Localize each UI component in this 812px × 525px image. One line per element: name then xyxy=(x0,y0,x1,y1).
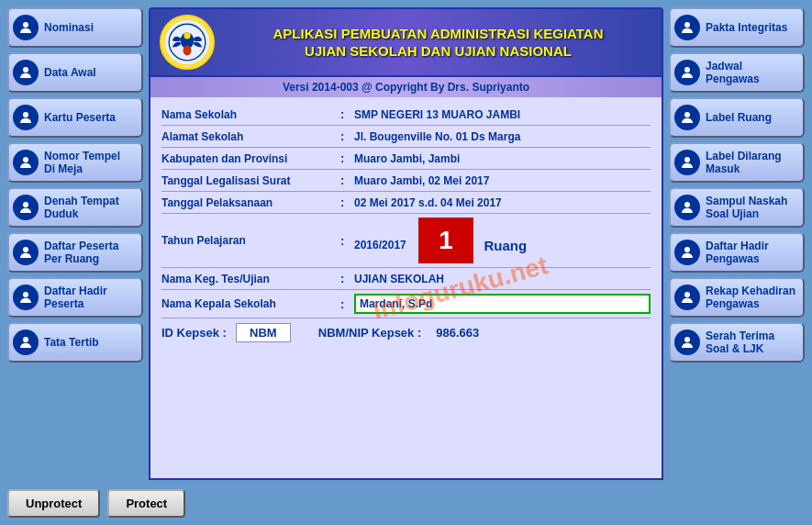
header-banner: APLIKASI PEMBUATAN ADMINISTRASI KEGIATAN… xyxy=(149,7,663,77)
value-tanggal-legal: Muaro Jambi, 02 Mei 2017 xyxy=(354,174,651,187)
nav-icon-rekap xyxy=(674,285,700,310)
center-panel: APLIKASI PEMBUATAN ADMINISTRASI KEGIATAN… xyxy=(149,7,663,480)
value-tahun: 2016/2017 1 Ruang xyxy=(354,218,651,263)
row-tanggal-legal: Tanggal Legalisasi Surat : Muaro Jambi, … xyxy=(161,171,651,190)
svg-point-18 xyxy=(684,247,690,252)
version-text: Versi 2014-003 @ Copyright By Drs. Supri… xyxy=(283,81,529,94)
app-title-line2: UJIAN SEKOLAH DAN UJIAN NASIONAL xyxy=(224,42,652,61)
value-alamat: Jl. Bougenville No. 01 Ds Marga xyxy=(354,130,651,143)
nav-pakta-integritas[interactable]: Pakta Integritas xyxy=(669,7,805,48)
nav-icon-daftar-peserta xyxy=(13,240,39,265)
nav-serah-terima[interactable]: Serah Terima Soal & LJK xyxy=(669,322,805,363)
svg-point-1 xyxy=(23,67,28,73)
nav-icon-daftar-hadir-peserta xyxy=(13,285,39,310)
nav-kartu-peserta[interactable]: Kartu Peserta xyxy=(7,97,143,138)
svg-point-17 xyxy=(684,202,690,207)
nbm-box: NBM xyxy=(236,323,291,342)
header-text: APLIKASI PEMBUATAN ADMINISTRASI KEGIATAN… xyxy=(224,25,652,61)
version-bar: Versi 2014-003 @ Copyright By Drs. Supri… xyxy=(149,77,663,97)
nav-icon-denah-tempat xyxy=(13,195,39,220)
nav-label-dilarang[interactable]: Label Dilarang Masuk xyxy=(669,142,805,183)
label-tanggal-legal: Tanggal Legalisasi Surat xyxy=(161,174,340,187)
svg-point-0 xyxy=(23,22,28,28)
divider2 xyxy=(161,147,651,148)
nbm-nip-value: 986.663 xyxy=(436,326,479,340)
divider8 xyxy=(161,318,651,318)
nav-icon-daftar-hadir-pengawas xyxy=(674,240,700,265)
bottom-bar: Unprotect Protect xyxy=(7,486,805,518)
nav-icon-sampul xyxy=(674,195,700,220)
ruang-label: Ruang xyxy=(484,238,527,253)
svg-point-7 xyxy=(23,337,28,342)
label-kepala: Nama Kepala Sekolah xyxy=(161,297,340,310)
nav-rekap-kehadiran[interactable]: Rekap Kehadiran Pengawas xyxy=(669,277,805,318)
nav-jadwal-pengawas[interactable]: Jadwal Pengawas xyxy=(669,52,805,93)
unprotect-button[interactable]: Unprotect xyxy=(7,489,100,518)
svg-point-4 xyxy=(23,202,28,207)
room-number-badge: 1 xyxy=(418,218,473,263)
nav-icon-pakta xyxy=(674,15,700,40)
nav-icon-label-ruang xyxy=(674,105,700,130)
id-row: ID Kepsek : NBM NBM/NIP Kepsek : 986.663 xyxy=(161,319,651,346)
nav-sampul-naskah[interactable]: Sampul Naskah Soal Ujian xyxy=(669,187,805,228)
protect-button[interactable]: Protect xyxy=(107,489,185,518)
row-kabupaten: Kabupaten dan Provinsi : Muaro Jambi, Ja… xyxy=(161,149,651,168)
svg-point-20 xyxy=(684,337,690,342)
nav-daftar-peserta[interactable]: Daftar Peserta Per Ruang xyxy=(7,232,143,273)
nav-tata-tertib[interactable]: Tata Tertib xyxy=(7,322,143,363)
nav-nomor-tempel[interactable]: Nomor Tempel Di Meja xyxy=(7,142,143,183)
svg-point-15 xyxy=(684,112,690,117)
nav-denah-tempat[interactable]: Denah Tempat Duduk xyxy=(7,187,143,228)
divider3 xyxy=(161,169,651,170)
label-nama-keg: Nama Keg. Tes/Ujian xyxy=(161,273,340,285)
svg-point-5 xyxy=(23,247,28,252)
label-alamat: Alamat Sekolah xyxy=(161,130,340,143)
divider6 xyxy=(161,267,651,268)
label-kabupaten: Kabupaten dan Provinsi xyxy=(161,152,340,165)
value-tanggal-pelak: 02 Mei 2017 s.d. 04 Mei 2017 xyxy=(354,196,651,209)
left-sidebar: Nominasi Data Awal Kartu Peserta Nomor T… xyxy=(7,7,143,480)
row-tahun: Tahun Pelajaran : 2016/2017 1 Ruang xyxy=(161,215,651,266)
nav-icon-data-awal xyxy=(13,60,39,85)
value-nama-sekolah: SMP NEGERI 13 MUARO JAMBI xyxy=(354,108,651,121)
divider1 xyxy=(161,125,651,126)
app-logo xyxy=(160,15,215,70)
right-sidebar: Pakta Integritas Jadwal Pengawas Label R… xyxy=(669,7,805,480)
divider5 xyxy=(161,213,651,214)
row-nama-sekolah: Nama Sekolah : SMP NEGERI 13 MUARO JAMBI xyxy=(161,105,651,124)
info-table: Infoguruku.net Nama Sekolah : SMP NEGERI… xyxy=(149,97,663,480)
label-tanggal-pelak: Tanggal Pelaksanaan xyxy=(161,196,340,209)
divider7 xyxy=(161,289,651,290)
nav-label-ruang[interactable]: Label Ruang xyxy=(669,97,805,138)
nav-nominasi[interactable]: Nominasi xyxy=(7,7,143,48)
nav-icon-nominasi xyxy=(13,15,39,40)
label-tahun: Tahun Pelajaran xyxy=(161,234,340,247)
value-nama-keg: UJIAN SEKOLAH xyxy=(354,273,651,285)
input-kepala-sekolah[interactable] xyxy=(354,294,651,314)
svg-point-6 xyxy=(23,292,28,297)
nav-icon-kartu-peserta xyxy=(13,105,39,130)
row-tanggal-pelak: Tanggal Pelaksanaan : 02 Mei 2017 s.d. 0… xyxy=(161,193,651,212)
nav-daftar-hadir-peserta[interactable]: Daftar Hadir Peserta xyxy=(7,277,143,318)
nav-icon-nomor-tempel xyxy=(13,150,39,175)
id-kepsek-label: ID Kepsek : xyxy=(161,326,227,340)
svg-point-14 xyxy=(684,67,690,73)
nav-icon-serah-terima xyxy=(674,330,700,355)
row-kepala: Nama Kepala Sekolah : xyxy=(161,291,651,317)
nbm-nip-label: NBM/NIP Kepsek : xyxy=(318,326,421,340)
app-title-line1: APLIKASI PEMBUATAN ADMINISTRASI KEGIATAN xyxy=(224,25,652,43)
row-alamat: Alamat Sekolah : Jl. Bougenville No. 01 … xyxy=(161,127,651,146)
value-kabupaten: Muaro Jambi, Jambi xyxy=(354,152,651,165)
nav-icon-jadwal xyxy=(674,60,700,85)
row-nama-keg: Nama Keg. Tes/Ujian : UJIAN SEKOLAH xyxy=(161,269,651,288)
nav-icon-tata-tertib xyxy=(13,330,39,355)
label-nama-sekolah: Nama Sekolah xyxy=(161,108,340,121)
svg-point-11 xyxy=(184,46,192,56)
divider4 xyxy=(161,191,651,192)
nav-icon-label-dilarang xyxy=(674,150,700,175)
svg-point-19 xyxy=(684,292,690,297)
svg-point-16 xyxy=(684,157,690,162)
nav-daftar-hadir-pengawas[interactable]: Daftar Hadir Pengawas xyxy=(669,232,805,273)
svg-point-3 xyxy=(23,157,28,162)
nav-data-awal[interactable]: Data Awal xyxy=(7,52,143,93)
